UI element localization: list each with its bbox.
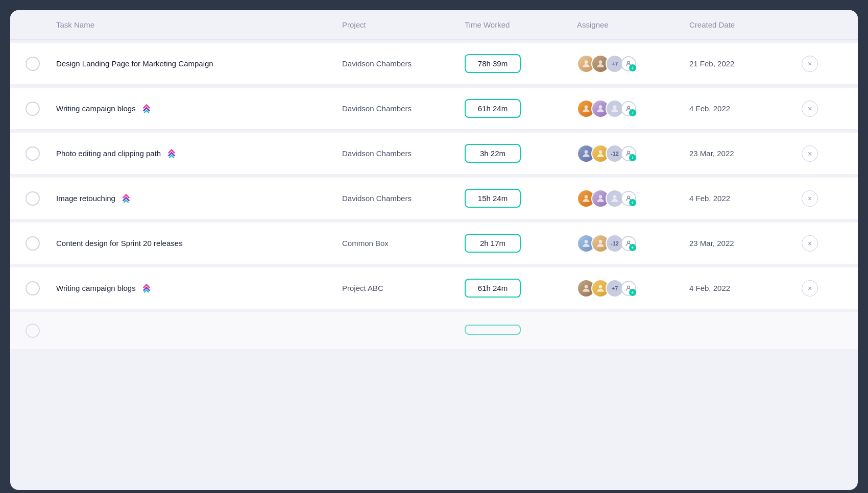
row-checkbox[interactable] bbox=[26, 236, 40, 251]
table-header: Task Name Project Time Worked Assignee C… bbox=[10, 10, 858, 40]
col-project: Project bbox=[342, 20, 465, 29]
table-row: Image retouching Davidson Chambers 15h 2… bbox=[10, 178, 858, 219]
svg-point-6 bbox=[628, 106, 630, 109]
task-name-text: Content design for Sprint 20 releases bbox=[56, 239, 183, 248]
svg-point-1 bbox=[599, 60, 602, 64]
task-name-text: Writing campaign blogs bbox=[56, 284, 136, 292]
svg-point-13 bbox=[628, 196, 630, 199]
assignees-cell: +7 bbox=[577, 55, 689, 73]
row-checkbox[interactable] bbox=[26, 146, 40, 161]
remove-button[interactable]: × bbox=[802, 190, 818, 207]
svg-point-17 bbox=[585, 285, 588, 288]
clickup-icon bbox=[141, 103, 152, 114]
time-badge: 3h 22m bbox=[465, 144, 521, 163]
table-row: Photo editing and clipping path Davidson… bbox=[10, 133, 858, 175]
time-worked-cell: 78h 39m bbox=[465, 54, 577, 73]
svg-point-10 bbox=[585, 195, 588, 199]
task-name-cell: Design Landing Page for Marketing Campai… bbox=[56, 59, 342, 68]
time-badge: 61h 24m bbox=[465, 99, 521, 118]
task-name-cell: Writing campaign blogs bbox=[56, 283, 342, 294]
assignees-cell: -12 bbox=[577, 234, 689, 253]
time-worked-cell: 3h 22m bbox=[465, 144, 577, 163]
col-created-date: Created Date bbox=[689, 20, 802, 29]
created-date-cell: 23 Mar, 2022 bbox=[689, 239, 802, 248]
time-worked-cell: 61h 24m bbox=[465, 279, 577, 298]
svg-point-0 bbox=[585, 60, 588, 64]
assignees-cell bbox=[577, 189, 689, 208]
add-assignee-button[interactable] bbox=[621, 101, 636, 116]
table-row: Writing campaign blogs Project ABC 61h 2… bbox=[10, 267, 858, 309]
svg-point-14 bbox=[585, 240, 588, 243]
task-name-text: Design Landing Page for Marketing Campai… bbox=[56, 59, 213, 68]
svg-point-5 bbox=[613, 105, 617, 109]
time-badge: 15h 24m bbox=[465, 189, 521, 208]
project-cell: Davidson Chambers bbox=[342, 149, 465, 158]
col-time-worked: Time Worked bbox=[465, 20, 577, 29]
main-container: Task Name Project Time Worked Assignee C… bbox=[10, 10, 858, 490]
svg-point-19 bbox=[628, 286, 630, 288]
svg-point-12 bbox=[613, 195, 617, 199]
clickup-icon bbox=[120, 193, 132, 204]
col-task-name: Task Name bbox=[56, 20, 342, 29]
clickup-icon bbox=[166, 148, 177, 159]
add-assignee-button[interactable] bbox=[621, 56, 636, 71]
svg-point-11 bbox=[599, 195, 602, 199]
assignees-cell bbox=[577, 100, 689, 118]
time-worked-cell bbox=[465, 325, 577, 337]
table-row: Content design for Sprint 20 releases Co… bbox=[10, 223, 858, 264]
table-row: Design Landing Page for Marketing Campai… bbox=[10, 43, 858, 85]
time-badge: 61h 24m bbox=[465, 279, 521, 298]
task-name-text: Image retouching bbox=[56, 194, 115, 203]
svg-point-8 bbox=[599, 150, 602, 154]
svg-point-16 bbox=[628, 241, 630, 243]
svg-point-2 bbox=[628, 61, 630, 64]
row-checkbox[interactable] bbox=[26, 324, 40, 338]
project-cell: Davidson Chambers bbox=[342, 104, 465, 113]
col-assignee: Assignee bbox=[577, 20, 689, 29]
row-checkbox[interactable] bbox=[26, 102, 40, 116]
remove-button[interactable]: × bbox=[802, 145, 818, 162]
add-assignee-button[interactable] bbox=[621, 191, 636, 206]
created-date-cell: 21 Feb, 2022 bbox=[689, 59, 802, 68]
task-name-text: Photo editing and clipping path bbox=[56, 149, 161, 158]
clickup-icon bbox=[141, 283, 152, 294]
project-cell: Project ABC bbox=[342, 284, 465, 292]
time-badge: 2h 17m bbox=[465, 234, 521, 253]
time-badge bbox=[465, 325, 521, 335]
add-assignee-button[interactable] bbox=[621, 281, 636, 296]
remove-button[interactable]: × bbox=[802, 56, 818, 72]
task-name-cell: Photo editing and clipping path bbox=[56, 148, 342, 159]
task-name-cell: Image retouching bbox=[56, 193, 342, 204]
task-name-text: Writing campaign blogs bbox=[56, 104, 136, 113]
project-cell: Common Box bbox=[342, 239, 465, 248]
project-cell: Davidson Chambers bbox=[342, 194, 465, 203]
add-assignee-button[interactable] bbox=[621, 236, 636, 251]
row-checkbox[interactable] bbox=[26, 191, 40, 206]
row-checkbox[interactable] bbox=[26, 57, 40, 71]
svg-point-9 bbox=[628, 151, 630, 154]
table-row: Writing campaign blogs Davidson Chambers… bbox=[10, 88, 858, 130]
svg-point-18 bbox=[599, 285, 602, 288]
svg-point-15 bbox=[599, 240, 602, 243]
task-name-cell: Writing campaign blogs bbox=[56, 103, 342, 114]
time-badge: 78h 39m bbox=[465, 54, 521, 73]
created-date-cell: 4 Feb, 2022 bbox=[689, 194, 802, 203]
time-worked-cell: 61h 24m bbox=[465, 99, 577, 118]
remove-button[interactable]: × bbox=[802, 280, 818, 297]
col-actions bbox=[802, 20, 842, 29]
assignees-cell: +7 bbox=[577, 279, 689, 298]
time-worked-cell: 15h 24m bbox=[465, 189, 577, 208]
time-worked-cell: 2h 17m bbox=[465, 234, 577, 253]
created-date-cell: 4 Feb, 2022 bbox=[689, 284, 802, 292]
svg-point-7 bbox=[585, 150, 588, 154]
svg-point-4 bbox=[599, 105, 602, 109]
assignees-cell: -12 bbox=[577, 144, 689, 163]
remove-button[interactable]: × bbox=[802, 101, 818, 117]
table-row bbox=[10, 312, 858, 350]
created-date-cell: 23 Mar, 2022 bbox=[689, 149, 802, 158]
created-date-cell: 4 Feb, 2022 bbox=[689, 104, 802, 113]
remove-button[interactable]: × bbox=[802, 235, 818, 252]
row-checkbox[interactable] bbox=[26, 281, 40, 295]
add-assignee-button[interactable] bbox=[621, 146, 636, 161]
col-checkbox bbox=[26, 20, 56, 29]
